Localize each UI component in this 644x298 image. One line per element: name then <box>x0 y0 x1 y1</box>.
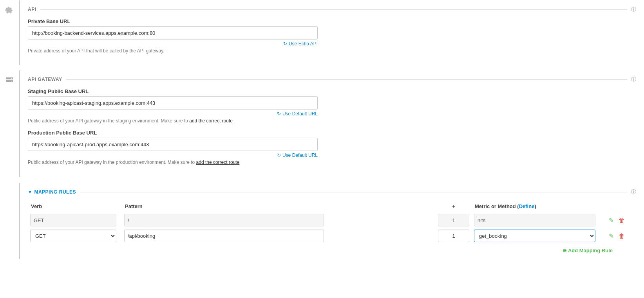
pattern-input-2[interactable] <box>124 230 324 242</box>
verb-select-2[interactable]: GET POST PUT DELETE PATCH <box>30 230 116 242</box>
mapping-rules-title: ▼ MAPPING RULES <box>28 189 76 195</box>
staging-default-url-link-row: ↻ Use Default URL <box>28 111 318 117</box>
verb-cell-1 <box>28 212 122 228</box>
staging-url-group: Staging Public Base URL ↻ Use Default UR… <box>28 88 636 124</box>
staging-url-input[interactable] <box>28 96 318 110</box>
col-verb: Verb <box>28 201 122 212</box>
api-gateway-section-body: API GATEWAY ⓘ Staging Public Base URL ↻ … <box>19 70 644 177</box>
production-url-label: Production Public Base URL <box>28 130 636 136</box>
echo-api-link-row: ↻ Use Echo API <box>28 41 318 47</box>
api-section: API ⓘ Private Base URL ↻ Use Echo API Pr… <box>0 0 644 65</box>
verb-input-1 <box>30 214 116 226</box>
delete-icon-1[interactable]: 🗑 <box>617 217 626 224</box>
col-actions <box>605 201 636 212</box>
private-base-url-input[interactable] <box>28 26 318 39</box>
mapping-rules-help-icon[interactable]: ⓘ <box>631 188 636 196</box>
col-metric: Metric or Method (Define) <box>472 201 605 212</box>
api-gateway-section: API GATEWAY ⓘ Staging Public Base URL ↻ … <box>0 70 644 177</box>
production-url-help: Public address of your API gateway in th… <box>28 160 318 165</box>
api-section-title: API <box>28 7 36 12</box>
production-refresh-icon: ↻ <box>277 153 281 158</box>
plus-cell-2 <box>436 228 472 244</box>
metric-cell-2: get_booking hits <box>472 228 605 244</box>
production-add-route-link[interactable]: add the correct route <box>196 160 240 165</box>
staging-use-default-url-link[interactable]: ↻ Use Default URL <box>277 111 318 117</box>
staging-add-route-link[interactable]: add the correct route <box>189 118 233 124</box>
metric-label: Metric or Method ( <box>475 203 519 209</box>
metric-select-2[interactable]: get_booking hits <box>474 230 595 242</box>
increment-input-2[interactable] <box>438 230 469 242</box>
staging-url-label: Staging Public Base URL <box>28 88 636 94</box>
server-icon <box>5 76 14 177</box>
api-section-body: API ⓘ Private Base URL ↻ Use Echo API Pr… <box>19 0 644 65</box>
mapping-rules-body: ▼ MAPPING RULES ⓘ Verb Pattern + Metric … <box>19 183 644 259</box>
puzzle-icon <box>5 6 14 65</box>
define-link[interactable]: Define <box>519 203 535 209</box>
add-mapping-row: ⊕ Add Mapping Rule <box>28 248 636 253</box>
mapping-rules-icon-col <box>0 183 19 259</box>
svg-point-3 <box>11 81 12 82</box>
add-mapping-icon: ⊕ <box>563 248 567 253</box>
mapping-rules-divider <box>80 192 627 192</box>
mapping-rules-header: ▼ MAPPING RULES ⓘ <box>28 188 636 196</box>
col-pattern: Pattern <box>122 201 436 212</box>
mapping-rules-table: Verb Pattern + Metric or Method (Define) <box>28 201 636 244</box>
mapping-chevron-icon[interactable]: ▼ <box>28 190 32 194</box>
verb-cell-2: GET POST PUT DELETE PATCH <box>28 228 122 244</box>
private-base-url-label: Private Base URL <box>28 18 636 24</box>
staging-url-help: Public address of your API gateway in th… <box>28 118 318 124</box>
pattern-cell-1 <box>122 212 436 228</box>
api-gateway-icon-col <box>0 70 19 177</box>
plus-cell-1 <box>436 212 472 228</box>
private-base-url-group: Private Base URL ↻ Use Echo API Private … <box>28 18 636 54</box>
delete-icon-2[interactable]: 🗑 <box>617 233 626 239</box>
production-default-url-link-row: ↻ Use Default URL <box>28 153 318 158</box>
actions-cell-2: ✎ 🗑 <box>605 228 636 244</box>
api-gateway-title: API GATEWAY <box>28 77 62 82</box>
api-section-help-icon[interactable]: ⓘ <box>631 6 636 13</box>
actions-cell-1: ✎ 🗑 <box>605 212 636 228</box>
production-use-default-url-link[interactable]: ↻ Use Default URL <box>277 153 318 158</box>
table-row: ✎ 🗑 <box>28 212 636 228</box>
private-base-url-help: Private address of your API that will be… <box>28 48 318 54</box>
add-mapping-rule-link[interactable]: ⊕ Add Mapping Rule <box>563 248 613 253</box>
page-wrapper: API ⓘ Private Base URL ↻ Use Echo API Pr… <box>0 0 644 259</box>
api-gateway-section-header: API GATEWAY ⓘ <box>28 76 636 83</box>
api-section-icon-col <box>0 0 19 65</box>
metric-input-1 <box>474 214 595 226</box>
api-gateway-divider <box>66 79 627 80</box>
api-gateway-help-icon[interactable]: ⓘ <box>631 76 636 83</box>
col-plus: + <box>436 201 472 212</box>
staging-refresh-icon: ↻ <box>277 111 281 117</box>
production-url-group: Production Public Base URL ↻ Use Default… <box>28 130 636 165</box>
api-section-header: API ⓘ <box>28 6 636 13</box>
api-section-divider <box>40 9 627 10</box>
edit-icon-2[interactable]: ✎ <box>607 233 615 239</box>
metric-cell-1 <box>472 212 605 228</box>
echo-api-refresh-icon: ↻ <box>283 41 287 47</box>
table-row: GET POST PUT DELETE PATCH <box>28 228 636 244</box>
pattern-cell-2 <box>122 228 436 244</box>
svg-point-2 <box>11 78 12 79</box>
use-echo-api-link[interactable]: ↻ Use Echo API <box>283 41 318 47</box>
mapping-rules-section: ▼ MAPPING RULES ⓘ Verb Pattern + Metric … <box>0 183 644 259</box>
pattern-input-1 <box>124 214 324 226</box>
production-url-input[interactable] <box>28 138 318 151</box>
increment-input-1 <box>438 214 469 226</box>
metric-label-end: ) <box>534 203 536 209</box>
edit-icon-1[interactable]: ✎ <box>607 217 615 224</box>
